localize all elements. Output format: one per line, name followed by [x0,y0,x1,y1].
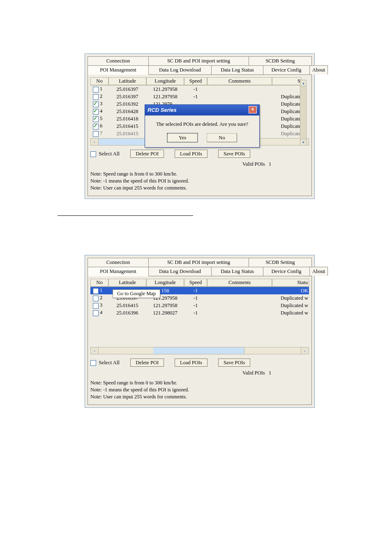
row-checkbox[interactable] [93,131,99,137]
poi-table: No Latitude Longitude Speed Comments Sta… [90,279,309,346]
scroll-thumb[interactable] [153,347,244,354]
cell-status: Duplicate [272,131,302,137]
dialog-message: The selected POIs are deleted. Are you s… [149,121,255,127]
tab-scdb-poi-import[interactable]: SC DB and POI import setting [148,56,249,65]
delete-poi-button[interactable]: Delete POI [130,358,164,367]
table-row[interactable]: 125.016397121.297958-1 [90,86,302,93]
tab-scdb-setting[interactable]: SCDB Setting [249,56,312,65]
col-no[interactable]: No [90,77,108,85]
row-checkbox[interactable] [93,94,99,100]
row-checkbox[interactable] [93,303,99,309]
no-button[interactable]: No [207,133,237,142]
tab-poi-management[interactable]: POI Management [88,267,149,276]
notes: Note: Speed range is from 0 to 300 km/hr… [90,379,309,400]
tab-data-log-download[interactable]: Data Log Download [148,65,212,74]
row-checkbox[interactable] [93,296,99,301]
scroll-left-icon[interactable]: ‹ [91,347,99,354]
tab-device-config[interactable]: Device Config [263,267,310,276]
col-comments[interactable]: Comments [207,279,272,287]
cell-status: OK [272,288,309,294]
checkbox-icon[interactable] [90,151,96,157]
cell-latitude[interactable]: 25.016397 [108,86,146,92]
tab-connection[interactable]: Connection [88,258,149,267]
table-header-row: No Latitude Longitude Speed Comments S [90,77,302,86]
scroll-right-icon[interactable]: › [301,347,309,354]
tab-scdb-poi-import[interactable]: SC DB and POI import setting [148,258,249,267]
col-latitude[interactable]: Latitude [108,279,146,287]
col-status[interactable]: Statu [272,279,309,287]
cell-longitude[interactable]: 121.297958 [146,86,184,92]
row-checkbox[interactable] [93,87,99,92]
row-checkbox[interactable] [93,116,99,122]
cell-status: Duplicate [272,109,302,115]
select-all-checkbox[interactable]: Select All [90,150,120,157]
tab-about[interactable]: About [309,65,328,74]
save-pois-button[interactable]: Save POIs [218,150,250,158]
cell-latitude[interactable]: 25.016415 [108,131,146,137]
cell-speed[interactable]: -1 [184,288,207,294]
context-menu[interactable]: Go to Google Map [113,289,160,298]
table-row[interactable]: 425.016396121.298027-1Duplicated w [90,309,309,317]
cell-latitude[interactable]: 25.016392 [108,101,146,107]
col-longitude[interactable]: Longitude [146,279,184,287]
cell-status: Duplicate [272,123,302,130]
tab-data-log-status[interactable]: Data Log Status [211,267,263,276]
row-checkbox[interactable] [93,310,99,316]
row-checkbox[interactable] [93,102,99,107]
tab-device-config[interactable]: Device Config [263,65,310,74]
cell-speed[interactable]: -1 [184,295,207,301]
tab-data-log-download[interactable]: Data Log Download [148,267,212,276]
cell-speed[interactable]: -1 [184,303,207,309]
cell-longitude[interactable]: 121.297958 [146,94,184,100]
cell-latitude[interactable]: 25.016428 [108,109,146,115]
vertical-scrollbar[interactable]: ▴ ▾ [300,80,307,146]
cell-longitude[interactable]: 121.298027 [146,310,184,316]
cell-speed[interactable]: -1 [184,86,207,92]
poi-management-window-2: Connection SC DB and POI import setting … [85,255,315,408]
cell-latitude[interactable]: 25.016397 [108,94,146,100]
select-all-checkbox[interactable]: Select All [90,359,120,366]
tab-about[interactable]: About [309,267,328,276]
col-latitude[interactable]: Latitude [108,77,146,85]
cell-latitude[interactable]: 25.016415 [108,303,146,309]
scroll-track[interactable] [99,347,301,354]
row-checkbox[interactable] [93,288,99,294]
col-speed[interactable]: Speed [184,279,207,287]
yes-button[interactable]: Yes [167,133,198,142]
row-checkbox[interactable] [93,109,99,115]
cell-latitude[interactable]: 25.016396 [108,310,146,316]
save-pois-button[interactable]: Save POIs [218,358,250,367]
cell-speed[interactable]: -1 [184,310,207,316]
col-speed[interactable]: Speed [184,77,207,85]
tab-connection[interactable]: Connection [88,56,149,65]
cell-longitude[interactable]: 121.297958 [146,303,184,309]
cell-latitude[interactable]: 25.016415 [108,123,146,130]
checkbox-icon[interactable] [90,360,96,366]
scroll-up-icon[interactable]: ▴ [300,80,306,86]
col-longitude[interactable]: Longitude [146,77,184,85]
table-row[interactable]: 325.016415121.297958-1Duplicated w [90,302,309,309]
dialog-titlebar[interactable]: RCD Series × [145,105,259,116]
scroll-left-icon[interactable]: ‹ [91,139,99,145]
col-status[interactable]: S [272,77,302,85]
tab-scdb-setting[interactable]: SCDB Setting [249,258,312,267]
close-icon[interactable]: × [249,106,257,113]
delete-poi-button[interactable]: Delete POI [130,150,164,158]
scroll-down-icon[interactable]: ▾ [300,139,306,145]
tabs-row-top: Connection SC DB and POI import setting … [88,56,312,65]
tab-data-log-status[interactable]: Data Log Status [211,65,263,74]
load-pois-button[interactable]: Load POIs [175,150,208,158]
table-row[interactable]: 225.016397121.297958-1Duplicate [90,93,302,100]
cell-speed[interactable]: -1 [184,94,207,100]
load-pois-button[interactable]: Load POIs [175,358,208,367]
note-3: Note: User can input 255 words for comme… [90,185,309,192]
col-comments[interactable]: Comments [207,77,272,85]
tab-poi-management[interactable]: POI Management [88,65,149,75]
valid-pois-count: 1 [269,370,271,376]
cell-latitude[interactable]: 25.016418 [108,116,146,122]
horizontal-scrollbar[interactable]: ‹ › [90,347,309,354]
note-1: Note: Speed range is from 0 to 300 km/hr… [90,379,309,386]
context-menu-item-google-map[interactable]: Go to Google Map [117,291,156,296]
col-no[interactable]: No [90,279,108,287]
row-checkbox[interactable] [93,124,99,130]
